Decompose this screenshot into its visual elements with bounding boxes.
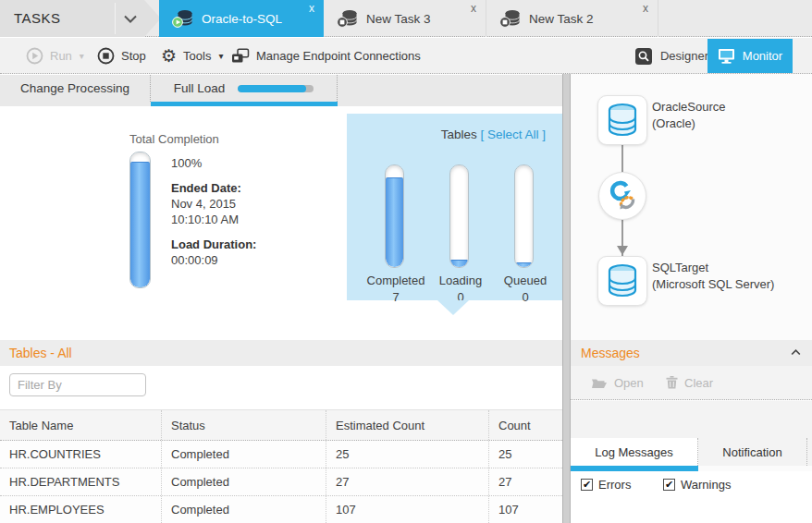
clear-label: Clear <box>684 376 713 390</box>
manage-endpoints-label: Manage Endpoint Connections <box>256 49 421 63</box>
source-endpoint-node[interactable] <box>597 95 647 145</box>
full-load-monitor-area: Total Completion 100% Ended Date: Nov 4,… <box>0 106 562 523</box>
database-icon <box>606 103 639 138</box>
tasks-title: TASKS <box>14 10 61 26</box>
tables-all-header: Tables - All <box>0 340 562 366</box>
load-duration-value: 00:00:09 <box>171 252 256 268</box>
gauge-loading-fill <box>450 260 468 267</box>
tools-button[interactable]: ⚙ Tools <box>161 38 223 74</box>
panel-splitter[interactable] <box>562 74 571 523</box>
messages-title: Messages <box>581 346 640 360</box>
designer-button[interactable]: Designer <box>634 38 708 74</box>
warnings-checkbox[interactable] <box>663 479 675 491</box>
cell-estimated-count: 27 <box>326 468 489 495</box>
database-stopped-icon <box>337 9 359 28</box>
gauge-queued-value: 0 <box>493 290 558 304</box>
designer-icon <box>634 47 653 66</box>
tab-log-messages-label: Log Messages <box>595 445 673 459</box>
chevron-up-icon[interactable] <box>791 349 801 356</box>
tools-label: Tools <box>183 49 211 63</box>
task-map-panel: OracleSource (Oracle) SQLTarget (Microso… <box>571 74 812 523</box>
load-duration-label: Load Duration: <box>171 237 256 252</box>
task-tab-new-task-2[interactable]: New Task 2 x <box>486 0 658 37</box>
messages-actions: Open Clear <box>571 366 812 400</box>
cell-status: Completed <box>162 496 326 523</box>
errors-label: Errors <box>598 478 631 492</box>
total-completion-percent: 100% <box>171 155 256 171</box>
tab-full-load-label: Full Load <box>174 81 226 95</box>
column-header-status[interactable]: Status <box>162 410 326 440</box>
run-label: Run <box>50 49 72 63</box>
cell-status: Completed <box>162 441 326 468</box>
tasks-separator <box>115 3 116 34</box>
gauge-completed-fill <box>386 177 403 267</box>
gauge-queued-fill <box>515 262 533 268</box>
table-row[interactable]: HR.COUNTRIES Completed 25 25 <box>0 441 562 468</box>
table-row[interactable]: HR.EMPLOYEES Completed 107 107 <box>0 496 562 523</box>
tab-notification[interactable]: Notification <box>698 438 807 466</box>
monitor-icon <box>718 48 735 64</box>
tab-log-messages[interactable]: Log Messages <box>571 438 698 466</box>
trash-icon <box>666 376 678 389</box>
column-header-count[interactable]: Count <box>489 410 562 440</box>
run-button[interactable]: Run <box>26 38 84 74</box>
monitor-button[interactable]: Monitor <box>707 39 793 73</box>
tools-caret-icon <box>218 51 223 61</box>
ended-date-label: Ended Date: <box>171 180 256 196</box>
task-tab-oracle-to-sql[interactable]: Oracle-to-SQL x <box>159 0 324 37</box>
tables-summary-panel: Tables [ Select All ] Completed 7 Loadin… <box>347 114 562 300</box>
full-load-progressbar <box>238 85 314 92</box>
tab-change-processing[interactable]: Change Processing <box>0 75 151 102</box>
cell-count: 27 <box>489 468 562 495</box>
close-tab-icon[interactable]: x <box>643 3 648 14</box>
open-label: Open <box>614 376 644 390</box>
messages-header: Messages <box>571 340 812 366</box>
ended-date-value: Nov 4, 2015 <box>171 196 256 212</box>
gear-icon: ⚙ <box>161 47 177 65</box>
replication-task-node[interactable] <box>598 172 646 220</box>
gauge-completed-label: Completed <box>363 274 428 287</box>
tables-grid: Table Name Status Estimated Count Count … <box>0 409 562 523</box>
database-running-icon <box>172 9 194 28</box>
full-load-progress-fill <box>238 85 306 92</box>
gauge-completed-value: 7 <box>363 290 428 304</box>
replicate-monitor-window: TASKS Oracle-to-SQL x <box>0 0 812 523</box>
clear-button[interactable]: Clear <box>666 366 713 399</box>
tab-full-load[interactable]: Full Load <box>151 75 338 102</box>
tables-summary-title: Tables [ Select All ] <box>441 128 546 141</box>
task-tab-label: New Task 2 <box>529 12 594 26</box>
total-completion-title: Total Completion <box>129 132 219 146</box>
cell-count: 25 <box>489 441 562 468</box>
close-tab-icon[interactable]: x <box>309 3 314 14</box>
select-all-link[interactable]: [ Select All ] <box>480 128 546 141</box>
cell-table-name: HR.EMPLOYEES <box>0 496 162 523</box>
errors-checkbox[interactable] <box>581 479 593 491</box>
cell-estimated-count: 25 <box>326 441 489 468</box>
monitor-label: Monitor <box>743 49 782 63</box>
cell-table-name: HR.COUNTRIES <box>0 441 162 468</box>
filter-input[interactable] <box>9 373 146 396</box>
stop-button[interactable]: Stop <box>97 38 146 74</box>
open-button[interactable]: Open <box>591 366 644 399</box>
task-tab-new-task-3[interactable]: New Task 3 x <box>324 0 486 37</box>
manage-endpoints-button[interactable]: Manage Endpoint Connections <box>231 38 421 74</box>
gauge-queued-tube <box>514 164 534 268</box>
chevron-down-icon[interactable] <box>123 15 138 23</box>
task-tab-label: New Task 3 <box>366 12 431 26</box>
database-icon <box>606 263 639 298</box>
stop-label: Stop <box>121 49 146 63</box>
cell-count: 107 <box>489 496 562 523</box>
arrow-down-icon <box>617 246 628 255</box>
column-header-table-name[interactable]: Table Name <box>0 410 162 440</box>
tasks-menu[interactable]: TASKS <box>0 0 161 37</box>
target-endpoint-node[interactable] <box>597 256 647 306</box>
target-endpoint-name: SQLTarget <box>652 260 774 276</box>
task-toolbar: Run Stop ⚙ Tools <box>0 38 812 74</box>
target-endpoint-type: (Microsoft SQL Server) <box>652 276 774 293</box>
table-row[interactable]: HR.DEPARTMENTS Completed 27 27 <box>0 468 562 496</box>
gauge-loading-value: 0 <box>428 290 493 304</box>
close-tab-icon[interactable]: x <box>471 3 476 14</box>
tab-change-processing-label: Change Processing <box>20 81 129 95</box>
cell-table-name: HR.DEPARTMENTS <box>0 468 162 495</box>
column-header-estimated-count[interactable]: Estimated Count <box>326 410 489 440</box>
